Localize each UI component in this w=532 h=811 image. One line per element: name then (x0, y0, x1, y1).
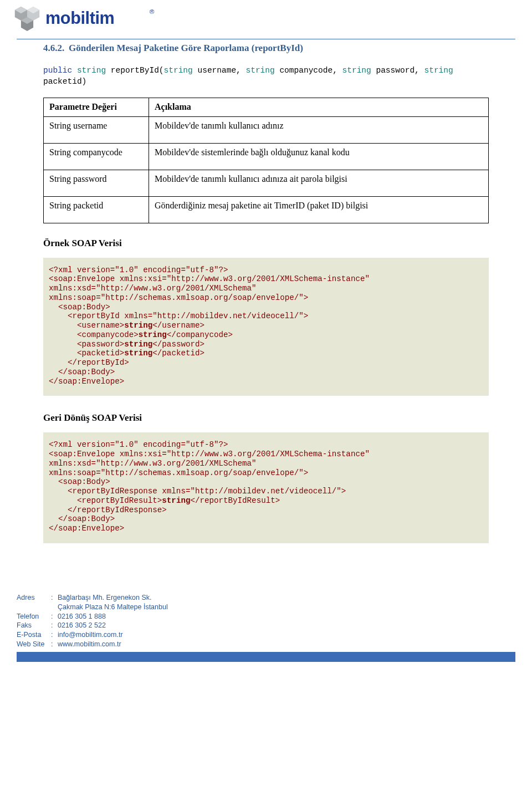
footer-tel-value: 0216 305 1 888 (58, 612, 168, 621)
logo-icon (11, 7, 43, 34)
svg-text:®: ® (150, 8, 155, 15)
td-desc: Mobildev'de tanımlı kullanıcı adınız (149, 116, 489, 143)
td-desc: Mobildev'de tanımlı kullanıcı adınıza ai… (149, 170, 489, 196)
footer-addr-value2: Çakmak Plaza N:6 Maltepe İstanbul (58, 603, 168, 612)
footer-fax-value: 0216 305 2 522 (58, 621, 168, 630)
page-footer: Adres : Bağlarbaşı Mh. Ergenekon Sk. Çak… (0, 560, 532, 662)
table-row: String password Mobildev'de tanımlı kull… (44, 170, 489, 196)
header-divider (17, 39, 515, 39)
param-list: string (164, 66, 193, 75)
td-desc: Gönderdiğiniz mesaj paketine ait TimerID… (149, 196, 489, 223)
table-header-row: Parametre Değeri Açıklama (44, 98, 489, 116)
brand-wordmark: mobiltim ® (45, 7, 167, 34)
td-param: String username (44, 116, 149, 143)
section-title: Gönderilen Mesaj Paketine Göre Raporlama… (69, 43, 303, 53)
footer-bar (17, 652, 515, 662)
page-header: mobiltim ® (0, 0, 532, 39)
td-param: String password (44, 170, 149, 196)
method-signature: public string reportById(string username… (43, 65, 489, 88)
table-row: String companycode Mobildev'de sistemler… (44, 143, 489, 170)
footer-addr-value: Bağlarbaşı Mh. Ergenekon Sk. (58, 593, 168, 603)
footer-email-label: E-Posta (17, 630, 51, 640)
soap-request-code: <?xml version="1.0" encoding="utf-8"?> <… (43, 258, 489, 396)
method-name: reportById (111, 66, 159, 75)
footer-tel-label: Telefon (17, 612, 51, 621)
keyword-public: public (43, 66, 72, 75)
type-string: string (77, 66, 106, 75)
td-param: String packetid (44, 196, 149, 223)
th-parameter: Parametre Değeri (44, 98, 149, 116)
return-heading: Geri Dönüş SOAP Verisi (43, 412, 489, 424)
table-row: String username Mobildev'de tanımlı kull… (44, 116, 489, 143)
footer-email-value: info@mobiltim.com.tr (58, 630, 168, 640)
footer-fax-label: Faks (17, 621, 51, 630)
section-heading: 4.6.2.Gönderilen Mesaj Paketine Göre Rap… (43, 43, 489, 54)
footer-contact-table: Adres : Bağlarbaşı Mh. Ergenekon Sk. Çak… (17, 593, 168, 649)
parameter-table: Parametre Değeri Açıklama String usernam… (43, 98, 489, 223)
footer-addr-label: Adres (17, 593, 51, 603)
soap-response-code: <?xml version="1.0" encoding="utf-8"?> <… (43, 432, 489, 543)
table-row: String packetid Gönderdiğiniz mesaj pake… (44, 196, 489, 223)
td-param: String companycode (44, 143, 149, 170)
example-heading: Örnek SOAP Verisi (43, 238, 489, 249)
td-desc: Mobildev'de sistemlerinde bağlı olduğunu… (149, 143, 489, 170)
section-number: 4.6.2. (43, 43, 69, 54)
footer-web-label: Web Site (17, 640, 51, 649)
svg-text:mobiltim: mobiltim (45, 8, 114, 27)
footer-web-value: www.mobiltim.com.tr (58, 640, 168, 649)
th-description: Açıklama (149, 98, 489, 116)
